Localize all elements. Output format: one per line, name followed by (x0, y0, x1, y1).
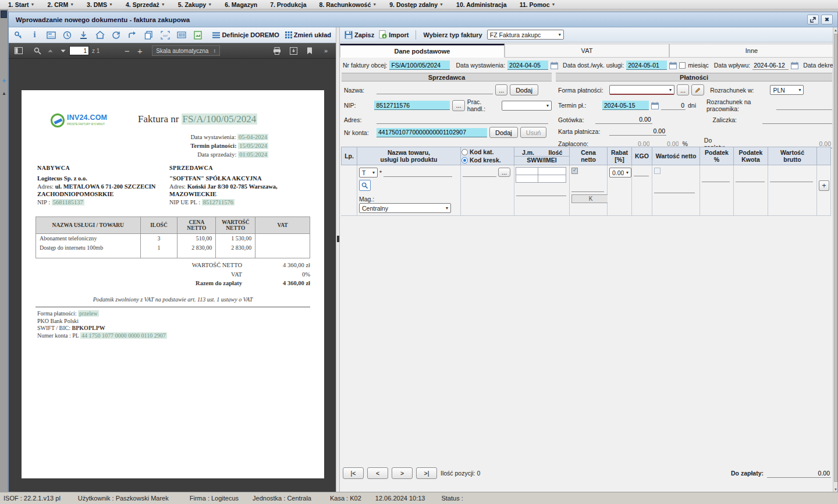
zoom-scale-select[interactable]: Skala automatyczna↕ (152, 45, 220, 56)
item-search-button[interactable] (359, 180, 371, 191)
print-icon[interactable] (271, 45, 283, 56)
account-remove-button[interactable]: Usuń (520, 127, 547, 138)
payment-method-edit-button[interactable] (691, 84, 704, 95)
kgo-input[interactable] (634, 168, 649, 176)
scrollbar-thumb[interactable] (834, 34, 837, 482)
account-add-button[interactable]: Dodaj (489, 127, 518, 138)
sww-imei-input[interactable] (516, 187, 566, 196)
menu-item-sprzedaz[interactable]: 4. Sprzedaż▼ (126, 1, 165, 8)
tab-vat[interactable]: VAT (505, 44, 669, 58)
zmien-uklad-button[interactable]: Zmień układ (285, 31, 331, 38)
dock-scroll-up-icon[interactable]: ▲ (0, 91, 8, 96)
history-icon[interactable] (111, 30, 121, 40)
close-button[interactable]: ✖ (821, 15, 833, 24)
menu-item-rachunkowosc[interactable]: 8. Rachunkowość▼ (319, 1, 377, 8)
home-icon[interactable] (95, 30, 105, 40)
copy-pages-icon[interactable] (144, 30, 154, 40)
seller-name-browse-button[interactable]: ... (495, 84, 507, 95)
footer-amount-due-input[interactable] (767, 469, 831, 478)
import-button[interactable]: Import (379, 30, 409, 39)
menu-item-zakupy[interactable]: 5. Zakupy▼ (178, 1, 212, 8)
net-price-input[interactable] (571, 183, 604, 192)
due-date-input[interactable] (602, 101, 649, 110)
unit-input[interactable] (516, 167, 538, 175)
unit-input2[interactable] (516, 175, 538, 183)
warehouse-select[interactable]: Centralny▾ (359, 203, 451, 213)
calendar-icon[interactable] (651, 102, 659, 109)
prev-page-button[interactable]: < (367, 467, 388, 479)
more-tools-icon[interactable]: » (319, 45, 332, 56)
last-page-button[interactable]: >| (416, 467, 437, 479)
seller-name-input[interactable] (377, 86, 493, 94)
vertical-scrollbar[interactable]: ▲ ▼ (833, 27, 837, 492)
days-input[interactable] (661, 101, 686, 110)
employee-settlement-input[interactable] (776, 101, 832, 110)
dock-add-icon[interactable]: + (0, 76, 8, 85)
menu-item-start[interactable]: 1. Start▼ (8, 1, 35, 8)
dock-tab[interactable] (1, 10, 7, 18)
payment-method-select[interactable]: ▾ (609, 85, 674, 95)
card-view-icon[interactable] (46, 30, 56, 40)
zoom-in-icon[interactable]: + (133, 45, 146, 56)
popout-button[interactable] (807, 15, 819, 24)
qty-input[interactable] (538, 167, 566, 175)
code-browse-button[interactable]: ... (498, 168, 510, 177)
panel-splitter[interactable] (336, 27, 340, 492)
seller-name-add-button[interactable]: Dodaj (510, 84, 538, 95)
inflow-date-input[interactable] (752, 61, 789, 70)
bookmark-icon[interactable] (303, 45, 316, 56)
currency-select[interactable]: PLN▾ (770, 85, 804, 95)
menu-item-magazyn[interactable]: 6. Magazyn (225, 1, 257, 8)
issue-date-input[interactable] (507, 61, 548, 70)
nip-browse-button[interactable]: ... (452, 100, 464, 111)
sales-rep-select[interactable]: ▾ (502, 101, 552, 111)
pdf-search-icon[interactable] (31, 45, 44, 56)
tax-percent-input[interactable] (702, 173, 730, 182)
barcode-icon[interactable] (176, 30, 186, 40)
menu-item-produkcja[interactable]: 7. Produkcja (270, 1, 306, 8)
k-button[interactable]: K (571, 194, 610, 203)
cash-input[interactable] (595, 115, 652, 124)
account-number-input[interactable] (377, 128, 487, 137)
payment-method-browse-button[interactable]: ... (677, 84, 689, 95)
net-value-input[interactable] (654, 184, 695, 193)
tab-dane-podstawowe[interactable]: Dane podstawowe (340, 44, 505, 58)
download-icon[interactable] (79, 30, 88, 40)
first-page-button[interactable]: |< (343, 467, 364, 479)
menu-item-pomoc[interactable]: 11. Pomoc▼ (520, 1, 556, 8)
clock-icon[interactable] (62, 30, 72, 40)
card-input[interactable] (609, 127, 666, 136)
barcode-radio[interactable] (461, 157, 468, 164)
menu-item-administracja[interactable]: 10. Administracja (456, 1, 507, 8)
qty-input2[interactable] (538, 175, 566, 183)
item-type-select[interactable]: T▾ (359, 168, 378, 178)
page-number-input[interactable] (69, 46, 89, 55)
page-down-icon[interactable] (56, 45, 69, 56)
info-icon[interactable]: i (30, 30, 40, 40)
menu-item-dostep-zdalny[interactable]: 9. Dostęp zdalny▼ (389, 1, 443, 8)
next-page-button[interactable]: > (392, 467, 413, 479)
month-checkbox[interactable] (679, 62, 686, 69)
pdf-canvas-area[interactable]: INV24.COM PROSTE FAKTURY W 5 MINUT Faktu… (9, 59, 336, 492)
scroll-up-icon[interactable]: ▲ (833, 27, 838, 33)
net-value-checkbox[interactable] (654, 168, 661, 174)
menu-item-dms[interactable]: 3. DMS▼ (87, 1, 113, 8)
ocr-icon[interactable]: ocr (160, 30, 170, 40)
forward-arrow-icon[interactable] (127, 30, 137, 40)
gross-value-input[interactable] (770, 173, 813, 182)
save-file-icon[interactable] (287, 45, 300, 56)
calendar-icon[interactable] (669, 62, 677, 69)
zoom-out-icon[interactable]: − (120, 45, 133, 56)
tab-inne[interactable]: Inne (669, 44, 834, 58)
sidebar-toggle-icon[interactable] (12, 45, 25, 56)
item-name-input[interactable] (384, 168, 452, 177)
save-button[interactable]: Zapisz (345, 31, 374, 39)
discount-select[interactable]: 0.00▾ (609, 168, 631, 178)
seller-address-input[interactable] (377, 115, 548, 124)
calendar-icon[interactable] (551, 62, 558, 69)
delivery-date-input[interactable] (626, 61, 667, 70)
tax-amount-input[interactable] (736, 173, 765, 182)
foreign-invoice-number-input[interactable] (389, 61, 450, 70)
price-lock-checkbox[interactable] (571, 168, 578, 174)
nip-input[interactable] (374, 101, 450, 110)
